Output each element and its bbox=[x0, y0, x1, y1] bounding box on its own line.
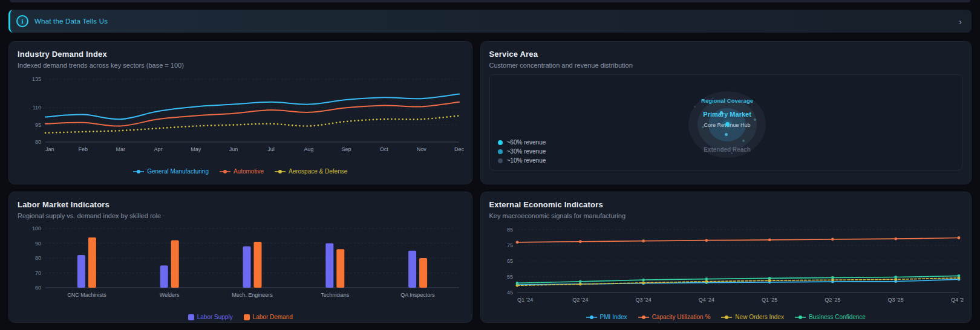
info-icon: i bbox=[16, 15, 28, 27]
svg-text:Q1 '24: Q1 '24 bbox=[517, 297, 533, 303]
legend-item[interactable]: Automotive bbox=[220, 168, 264, 175]
svg-text:QA Inspectors: QA Inspectors bbox=[400, 292, 435, 298]
panel-subtitle: Indexed demand trends across key sectors… bbox=[18, 62, 463, 69]
legend-line-icon bbox=[586, 315, 597, 320]
revenue-legend-item: ~10% revenue bbox=[498, 157, 546, 164]
svg-text:Sep: Sep bbox=[341, 146, 351, 152]
svg-text:Mar: Mar bbox=[116, 146, 126, 152]
svg-text:95: 95 bbox=[35, 122, 41, 128]
revenue-legend: ~60% revenue~30% revenue~10% revenue bbox=[498, 137, 546, 166]
customer-dot bbox=[702, 126, 704, 128]
svg-text:55: 55 bbox=[506, 274, 512, 280]
revenue-legend-label: ~30% revenue bbox=[507, 148, 546, 155]
svg-text:70: 70 bbox=[35, 270, 41, 276]
svg-text:Nov: Nov bbox=[417, 146, 427, 152]
dashboard-grid: Industry Demand Index Indexed demand tre… bbox=[8, 41, 972, 323]
svg-text:80: 80 bbox=[35, 255, 41, 261]
industry-demand-chart: 8095110135JanFebMarAprMayJunJulAugSepOct… bbox=[18, 73, 464, 164]
svg-text:Technicians: Technicians bbox=[321, 292, 350, 298]
service-area-map: Regional Coverage Primary Market Core Re… bbox=[489, 74, 963, 170]
svg-text:Q1 '25: Q1 '25 bbox=[762, 297, 777, 303]
labor-market-panel: Labor Market Indicators Regional supply … bbox=[8, 192, 472, 323]
banner-title: What the Data Tells Us bbox=[34, 18, 108, 25]
legend-item[interactable]: General Manufacturing bbox=[133, 168, 209, 175]
svg-text:110: 110 bbox=[33, 105, 41, 111]
svg-text:45: 45 bbox=[506, 290, 512, 296]
svg-text:Feb: Feb bbox=[78, 146, 88, 152]
revenue-legend-dot bbox=[498, 149, 503, 154]
revenue-legend-dot bbox=[498, 158, 503, 163]
svg-text:80: 80 bbox=[35, 139, 41, 145]
svg-text:135: 135 bbox=[32, 76, 41, 82]
svg-text:Oct: Oct bbox=[380, 146, 389, 152]
svg-text:Mech. Engineers: Mech. Engineers bbox=[232, 292, 273, 298]
legend-item[interactable]: Labor Demand bbox=[244, 314, 293, 320]
panel-title: Industry Demand Index bbox=[18, 50, 463, 59]
svg-text:Apr: Apr bbox=[154, 146, 163, 152]
panel-title: Labor Market Indicators bbox=[18, 200, 463, 209]
legend-label: Capacity Utilization % bbox=[652, 314, 711, 320]
legend-line-icon bbox=[638, 315, 649, 320]
hub-dot bbox=[725, 122, 730, 126]
legend-label: Automotive bbox=[234, 168, 264, 175]
legend-line-icon bbox=[795, 315, 806, 320]
revenue-legend-item: ~60% revenue bbox=[498, 139, 546, 146]
external-chart-legend: PMI IndexCapacity Utilization %New Order… bbox=[489, 314, 963, 320]
customer-dot bbox=[725, 133, 728, 136]
customer-dot bbox=[754, 118, 756, 121]
svg-text:60: 60 bbox=[35, 285, 41, 291]
svg-text:90: 90 bbox=[35, 241, 41, 247]
svg-text:Q4 '25: Q4 '25 bbox=[950, 297, 963, 303]
top-edge-artifact bbox=[10, 0, 970, 2]
labor-chart-legend: Labor SupplyLabor Demand bbox=[18, 314, 463, 320]
svg-text:100: 100 bbox=[32, 225, 41, 231]
customer-dot bbox=[731, 152, 733, 154]
legend-line-icon bbox=[133, 169, 144, 174]
svg-text:Q2 '24: Q2 '24 bbox=[572, 297, 588, 303]
chevron-right-icon[interactable]: › bbox=[959, 17, 962, 26]
revenue-legend-label: ~10% revenue bbox=[507, 157, 546, 164]
service-area-panel: Service Area Customer concentration and … bbox=[480, 41, 972, 184]
panel-title: External Economic Indicators bbox=[489, 200, 963, 209]
industry-chart-legend: General ManufacturingAutomotiveAerospace… bbox=[18, 168, 463, 175]
insight-banner[interactable]: i What the Data Tells Us › bbox=[8, 10, 972, 33]
regional-coverage-label: Regional Coverage bbox=[701, 97, 753, 104]
svg-text:Jan: Jan bbox=[45, 146, 54, 152]
legend-label: Labor Supply bbox=[197, 314, 233, 320]
external-indicators-chart: 4555657585Q1 '24Q2 '24Q3 '24Q4 '24Q1 '25… bbox=[489, 224, 964, 309]
legend-swatch bbox=[244, 314, 250, 320]
svg-text:85: 85 bbox=[506, 227, 512, 233]
legend-item[interactable]: Capacity Utilization % bbox=[638, 314, 711, 320]
legend-label: Business Confidence bbox=[809, 314, 866, 320]
extended-reach-label: Extended Reach bbox=[704, 146, 751, 153]
legend-label: New Orders Index bbox=[735, 314, 784, 320]
legend-label: Aerospace & Defense bbox=[289, 168, 347, 175]
panel-title: Service Area bbox=[489, 50, 963, 59]
svg-text:Q3 '24: Q3 '24 bbox=[635, 297, 651, 303]
legend-swatch bbox=[188, 314, 194, 320]
legend-line-icon bbox=[220, 169, 230, 174]
revenue-legend-item: ~30% revenue bbox=[498, 148, 546, 155]
legend-item[interactable]: Business Confidence bbox=[795, 314, 866, 320]
legend-label: General Manufacturing bbox=[147, 168, 209, 175]
revenue-legend-label: ~60% revenue bbox=[507, 139, 546, 146]
svg-text:65: 65 bbox=[506, 258, 512, 264]
legend-label: Labor Demand bbox=[253, 314, 293, 320]
legend-label: PMI Index bbox=[600, 314, 627, 320]
svg-text:Aug: Aug bbox=[304, 146, 313, 152]
industry-demand-panel: Industry Demand Index Indexed demand tre… bbox=[8, 41, 472, 184]
revenue-legend-dot bbox=[498, 140, 503, 145]
legend-item[interactable]: Labor Supply bbox=[188, 314, 233, 320]
legend-line-icon bbox=[275, 169, 286, 174]
legend-item[interactable]: Aerospace & Defense bbox=[275, 168, 347, 175]
svg-text:Q3 '25: Q3 '25 bbox=[887, 297, 903, 303]
legend-item[interactable]: New Orders Index bbox=[721, 314, 784, 320]
legend-line-icon bbox=[721, 315, 732, 320]
legend-item[interactable]: PMI Index bbox=[586, 314, 627, 320]
svg-text:CNC Machinists: CNC Machinists bbox=[67, 292, 106, 298]
panel-subtitle: Regional supply vs. demand index by skil… bbox=[18, 212, 463, 219]
customer-dot bbox=[720, 111, 723, 114]
customer-dot bbox=[742, 140, 745, 142]
panel-subtitle: Key macroeconomic signals for manufactur… bbox=[489, 212, 963, 219]
customer-dot bbox=[694, 106, 696, 108]
